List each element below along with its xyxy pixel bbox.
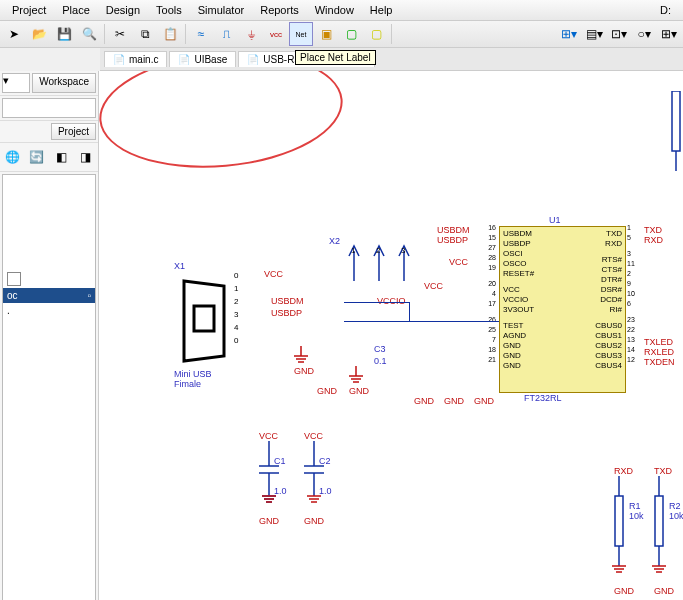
svg-rect-1 [615,496,623,546]
tool-part-icon[interactable]: ▢ [364,22,388,46]
ic-ft232: USBDM USBDP OSCI OSCO RESET# VCC VCCIO 3… [499,226,626,393]
tool-grid-icon[interactable]: ⊞▾ [557,22,581,46]
project-dropdown[interactable] [2,98,96,118]
cap-symbol [299,441,329,516]
tooltip-netlabel: Place Net Label [295,50,376,65]
menu-help[interactable]: Help [362,2,401,18]
gnd-c1: GND [259,516,279,526]
val-r1: 10k [629,511,644,521]
document-tabs: 📄main.c 📄UIBase 📄USB-RS485v2.SchDoc Plac… [100,48,683,71]
panel-expand-icon[interactable]: ◨ [75,145,97,169]
panel-collapse-icon[interactable]: ◧ [51,145,73,169]
menu-simulator[interactable]: Simulator [190,2,252,18]
tool-save-icon[interactable]: 💾 [52,22,76,46]
file-icon: ▫ [87,290,91,301]
ref-r2: R2 [669,501,681,511]
net-vccio: VCCIO [377,296,406,306]
tree-item-selected[interactable]: oc▫ [3,288,95,303]
x2-symbol [344,241,424,291]
project-tree[interactable]: oc▫ . [2,174,96,600]
gnd-symbol-icon [346,366,366,386]
tool-arrow-icon[interactable]: ➤ [2,22,26,46]
menu-project[interactable]: Project [4,2,54,18]
net-usbdm: USBDM [271,296,304,306]
desc-x1: Mini USB Fimale [174,369,234,389]
wire [344,302,409,303]
title-path: D: [652,2,679,18]
tool-misc1-icon[interactable]: ⊡▾ [607,22,631,46]
menubar: Project Place Design Tools Simulator Rep… [0,0,683,21]
schematic-canvas[interactable]: X1 Mini USB Fimale 0 1 2 3 4 0 VCC USBDM… [99,71,683,600]
ref-x2: X2 [329,236,340,246]
tree-item[interactable]: . [3,303,95,318]
panel-refresh-icon[interactable]: 🔄 [26,145,48,169]
sch-file-icon: 📄 [178,54,190,65]
tool-copy-icon[interactable]: ⧉ [133,22,157,46]
toolbar: ➤ 📂 💾 🔍 ✂ ⧉ 📋 ≈ ⎍ ⏚ vcc Net ▣ ▢ ▢ ⊞▾ ▤▾ … [0,21,683,48]
tool-align-icon[interactable]: ▤▾ [582,22,606,46]
panel-globe-icon[interactable]: 🌐 [2,145,24,169]
tool-zoom-icon[interactable]: 🔍 [77,22,101,46]
tool-gnd-icon[interactable]: ⏚ [239,22,263,46]
resistor-symbol [649,476,669,586]
usb-connector-symbol [174,271,234,371]
ref-x1: X1 [174,261,234,271]
tool-misc3-icon[interactable]: ⊞▾ [657,22,681,46]
cap-symbol [254,441,284,516]
svg-rect-0 [194,306,214,331]
c-file-icon: 📄 [113,54,125,65]
gnd-x1: GND [294,366,314,376]
net-vcc: VCC [424,281,443,291]
tool-misc2-icon[interactable]: ○▾ [632,22,656,46]
projects-panel: ▾ Workspace Project 🌐 🔄 ◧ ◨ oc▫ . [0,71,99,600]
gnd-symbol-icon [291,346,311,366]
val-r2: 10k [669,511,683,521]
menu-window[interactable]: Window [307,2,362,18]
tool-netlabel-icon[interactable]: Net [289,22,313,46]
tool-paste-icon[interactable]: 📋 [158,22,182,46]
tool-open-icon[interactable]: 📂 [27,22,51,46]
menu-reports[interactable]: Reports [252,2,307,18]
ref-u1: U1 [549,215,561,225]
tree-item[interactable] [3,270,95,288]
tool-sheet-icon[interactable]: ▢ [339,22,363,46]
tool-cut-icon[interactable]: ✂ [108,22,132,46]
ref-r1: R1 [629,501,641,511]
resistor-symbol [609,476,629,586]
gnd-r2: GND [654,586,674,596]
gnd-c3: GND [317,386,337,396]
tab-uibase[interactable]: 📄UIBase [169,51,236,67]
wire [409,302,410,321]
file-icon [7,272,21,286]
gnd-c2: GND [304,516,324,526]
net-vcc: VCC [264,269,283,279]
menu-design[interactable]: Design [98,2,148,18]
svg-rect-2 [655,496,663,546]
project-button[interactable]: Project [51,123,96,140]
menu-place[interactable]: Place [54,2,98,18]
svg-rect-3 [672,91,680,151]
workspace-button[interactable]: Workspace [32,73,96,93]
gnd-r1: GND [614,586,634,596]
partial-resistor [669,91,683,171]
menu-tools[interactable]: Tools [148,2,190,18]
net-usbdp: USBDP [271,308,302,318]
tool-port-icon[interactable]: ▣ [314,22,338,46]
tab-main-c[interactable]: 📄main.c [104,51,167,67]
tool-vcc-icon[interactable]: vcc [264,22,288,46]
ref-c3: C3 [374,344,386,354]
type-u1: FT232RL [524,393,562,403]
tool-bus-icon[interactable]: ⎍ [214,22,238,46]
sch-file-icon: 📄 [247,54,259,65]
tool-wire-icon[interactable]: ≈ [189,22,213,46]
wire [344,321,499,322]
val-c3: 0.1 [374,356,387,366]
workspace-dropdown[interactable]: ▾ [2,73,30,93]
gnd-x2: GND [349,386,369,396]
